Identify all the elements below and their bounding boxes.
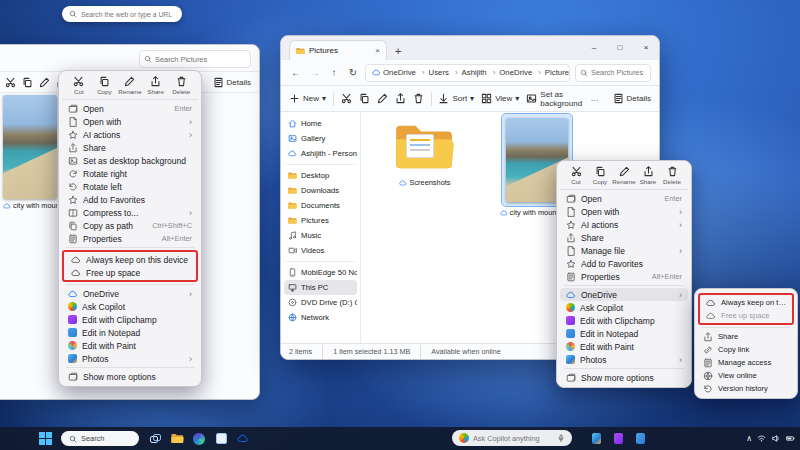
- menu-item-ai-actions[interactable]: AI actions: [62, 128, 198, 141]
- menu-item-share[interactable]: Share: [62, 141, 198, 154]
- menu-item-edit-in-notepad[interactable]: Edit in Notepad: [560, 327, 688, 340]
- breadcrumb-segment[interactable]: Ashijith: [451, 68, 487, 77]
- volume-icon[interactable]: [771, 434, 780, 443]
- breadcrumb-segment[interactable]: Users: [418, 68, 449, 77]
- menu-item-open-with[interactable]: Open with: [62, 115, 198, 128]
- left-search-input[interactable]: [155, 55, 246, 64]
- menu-item-edit-with-paint[interactable]: Edit with Paint: [560, 340, 688, 353]
- menu-item-ai-actions[interactable]: AI actions: [560, 218, 688, 231]
- rename-button[interactable]: [39, 77, 50, 88]
- file-explorer-button[interactable]: [168, 430, 186, 447]
- menu-item-photos[interactable]: Photos: [62, 352, 198, 365]
- menu-item-open[interactable]: OpenEnter: [560, 192, 688, 205]
- copilot-input[interactable]: [473, 434, 553, 443]
- battery-icon[interactable]: [785, 434, 796, 443]
- copy-button[interactable]: [359, 93, 370, 104]
- copy-button[interactable]: [22, 77, 33, 88]
- start-button[interactable]: [36, 430, 54, 447]
- store-button[interactable]: [212, 430, 230, 447]
- sidebar-item-gallery[interactable]: Gallery: [284, 131, 357, 146]
- sidebar-item-music[interactable]: Music: [284, 228, 357, 243]
- rename-button[interactable]: [377, 93, 388, 104]
- left-file-thumbnail[interactable]: city with mountain...: [3, 95, 57, 210]
- breadcrumb-segment[interactable]: OneDrive: [383, 68, 416, 77]
- tab-pictures[interactable]: Pictures: [289, 40, 387, 60]
- menu-item-ask-copilot[interactable]: Ask Copilot: [62, 300, 198, 313]
- hidden-icons-chevron[interactable]: [746, 435, 752, 443]
- menu-item-add-to-favorites[interactable]: Add to Favorites: [560, 257, 688, 270]
- edge-button[interactable]: [190, 430, 208, 447]
- sort-button[interactable]: Sort: [438, 93, 474, 104]
- menu-item-set-as-desktop-background[interactable]: Set as desktop background: [62, 154, 198, 167]
- minimize-button[interactable]: [581, 36, 607, 60]
- submenu-item-share[interactable]: Share: [698, 330, 794, 343]
- delete-button[interactable]: Delete: [169, 76, 194, 95]
- share-button[interactable]: Share: [143, 76, 168, 95]
- wifi-icon[interactable]: [757, 434, 766, 443]
- see-more-button[interactable]: [591, 95, 599, 103]
- menu-item-properties[interactable]: PropertiesAlt+Enter: [560, 270, 688, 283]
- breadcrumb[interactable]: OneDrive Users Ashijith OneDrive Picture…: [365, 64, 570, 82]
- menu-item-open-with[interactable]: Open with: [560, 205, 688, 218]
- cut-button[interactable]: [341, 93, 352, 104]
- delete-button[interactable]: [413, 93, 424, 104]
- sidebar-item-downloads[interactable]: Downloads: [284, 183, 357, 198]
- sidebar-item-documents[interactable]: Documents: [284, 198, 357, 213]
- sidebar-item-desktop[interactable]: Desktop: [284, 168, 357, 183]
- submenu-item-always-keep-on-this-device[interactable]: Always keep on this device: [701, 296, 791, 309]
- notepad-app-button[interactable]: [631, 430, 649, 447]
- menu-item-rotate-left[interactable]: Rotate left: [62, 180, 198, 193]
- share-button[interactable]: [395, 93, 406, 104]
- refresh-button[interactable]: [346, 68, 360, 78]
- onedrive-tray-button[interactable]: [234, 430, 252, 447]
- menu-item-show-more-options[interactable]: Show more options: [560, 371, 688, 384]
- cut-button[interactable]: [5, 77, 16, 88]
- sidebar-item-network[interactable]: Network: [284, 310, 357, 325]
- menu-item-rotate-right[interactable]: Rotate right: [62, 167, 198, 180]
- submenu-item-free-up-space[interactable]: Free up space: [701, 309, 791, 322]
- menu-item-edit-in-notepad[interactable]: Edit in Notepad: [62, 326, 198, 339]
- back-button[interactable]: [289, 68, 303, 78]
- new-tab-button[interactable]: +: [395, 46, 401, 57]
- forward-button[interactable]: [308, 68, 322, 78]
- menu-item-photos[interactable]: Photos: [560, 353, 688, 366]
- taskbar-search[interactable]: Search: [61, 431, 139, 446]
- browser-search-bar[interactable]: Search the web or type a URL: [62, 6, 182, 22]
- menu-item-onedrive[interactable]: OneDrive: [62, 287, 198, 300]
- up-button[interactable]: [327, 68, 341, 78]
- details-pane-button[interactable]: Details: [213, 77, 251, 88]
- tab-close-icon[interactable]: [375, 47, 380, 55]
- sidebar-item-pictures[interactable]: Pictures: [284, 213, 357, 228]
- submenu-item-copy-link[interactable]: Copy link: [698, 343, 794, 356]
- menu-item-copy-as-path[interactable]: Copy as pathCtrl+Shift+C: [62, 219, 198, 232]
- cut-button[interactable]: Cut: [66, 76, 91, 95]
- explorer-search-box[interactable]: [575, 64, 651, 82]
- breadcrumb-segment[interactable]: OneDrive: [489, 68, 533, 77]
- sidebar-item-onedrive-personal[interactable]: Ashijith - Personal: [284, 146, 357, 161]
- menu-item-edit-with-clipchamp[interactable]: Edit with Clipchamp: [62, 313, 198, 326]
- share-button[interactable]: Share: [636, 166, 660, 185]
- submenu-item-view-online[interactable]: View online: [698, 369, 794, 382]
- maximize-button[interactable]: [607, 36, 633, 60]
- left-search-box[interactable]: [139, 50, 251, 68]
- sidebar-item-videos[interactable]: Videos: [284, 243, 357, 258]
- menu-item-onedrive[interactable]: OneDrive: [560, 288, 688, 301]
- set-as-background-button[interactable]: Set as background: [526, 90, 583, 108]
- menu-item-ask-copilot[interactable]: Ask Copilot: [560, 301, 688, 314]
- menu-item-add-to-favorites[interactable]: Add to Favorites: [62, 193, 198, 206]
- sidebar-item-dvd-drive[interactable]: DVD Drive (D:) CCC: [284, 295, 357, 310]
- details-pane-button[interactable]: Details: [613, 93, 651, 104]
- photos-app-button[interactable]: [587, 430, 605, 447]
- sidebar-item-mobiedge-device[interactable]: MobiEdge 50 Nov: [284, 265, 357, 280]
- copy-button[interactable]: Copy: [588, 166, 612, 185]
- copy-button[interactable]: Copy: [92, 76, 117, 95]
- menu-item-share[interactable]: Share: [560, 231, 688, 244]
- new-button[interactable]: New: [289, 93, 326, 104]
- menu-item-edit-with-clipchamp[interactable]: Edit with Clipchamp: [560, 314, 688, 327]
- view-button[interactable]: View: [481, 93, 519, 104]
- cut-button[interactable]: Cut: [564, 166, 588, 185]
- explorer-search-input[interactable]: [591, 68, 646, 77]
- close-button[interactable]: [633, 36, 659, 60]
- menu-item-manage-file[interactable]: Manage file: [560, 244, 688, 257]
- rename-button[interactable]: Rename: [117, 76, 142, 95]
